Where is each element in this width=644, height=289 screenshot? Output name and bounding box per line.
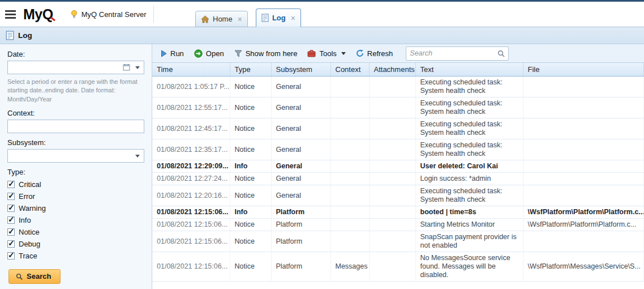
tools-button[interactable]: Tools — [302, 48, 350, 60]
cell-type: Notice — [230, 252, 271, 282]
tab-log[interactable]: Log — [256, 8, 301, 27]
column-header[interactable]: Time — [152, 63, 230, 76]
close-icon[interactable] — [291, 14, 295, 22]
cell-type: Notice — [230, 139, 271, 160]
table-row[interactable]: 01/08/2021 12:15:06... Notice Platform S… — [152, 231, 644, 252]
show-from-here-label: Show from here — [246, 49, 298, 58]
checkbox-icon[interactable] — [7, 205, 15, 212]
log-search-box — [406, 46, 509, 61]
log-page-icon — [261, 14, 269, 22]
checkbox-icon[interactable] — [7, 240, 15, 248]
lightbulb-icon — [70, 10, 78, 19]
cell-file: \WsfPlatform\Platform\Platform.c... — [523, 206, 644, 219]
brand-logo[interactable]: MyQ — [23, 6, 53, 23]
cell-type: Notice — [230, 231, 271, 252]
table-header-row: Time Type Subsystem Context Attachments … — [152, 63, 644, 76]
chevron-down-icon[interactable] — [135, 66, 140, 69]
cell-subsystem: Platform — [271, 206, 330, 219]
cell-file — [523, 118, 644, 139]
cell-context — [330, 160, 369, 173]
home-icon — [201, 15, 209, 23]
tab-home[interactable]: Home — [195, 11, 248, 27]
cell-subsystem: General — [271, 160, 330, 173]
refresh-button[interactable]: Refresh — [351, 48, 398, 60]
run-button[interactable]: Run — [156, 48, 189, 60]
checkbox-icon[interactable] — [7, 181, 15, 188]
server-label: MyQ Central Server — [70, 10, 147, 19]
filter-sidebar: Date: Select a period or enter a range w… — [0, 44, 152, 289]
table-row[interactable]: 01/08/2021 12:45:17... Notice General Ex… — [152, 118, 644, 139]
column-header[interactable]: Subsystem — [271, 63, 330, 76]
cell-attachments — [369, 139, 415, 160]
cell-time: 01/08/2021 12:35:17... — [152, 139, 230, 160]
refresh-button-label: Refresh — [367, 49, 393, 58]
table-row[interactable]: 01/08/2021 12:15:06... Notice Platform M… — [152, 252, 644, 282]
cell-subsystem: General — [271, 173, 330, 185]
type-checkbox-option[interactable]: Trace — [7, 250, 144, 262]
column-header[interactable]: Text — [415, 63, 523, 76]
column-header[interactable]: Context — [330, 63, 369, 76]
search-input[interactable] — [410, 49, 497, 57]
type-checkbox-option[interactable]: Notice — [7, 226, 144, 238]
search-icon[interactable] — [497, 50, 505, 57]
cell-attachments — [369, 231, 415, 252]
log-toolbar: Run Open Show from here — [152, 44, 644, 63]
table-row[interactable]: 01/08/2021 12:55:17... Notice General Ex… — [152, 97, 644, 118]
show-from-here-button[interactable]: Show from here — [229, 48, 303, 60]
search-button[interactable]: Search — [8, 269, 61, 284]
checkbox-icon[interactable] — [7, 228, 15, 236]
type-checkbox-option[interactable]: Error — [7, 190, 144, 202]
chevron-down-icon[interactable] — [135, 155, 140, 158]
open-button[interactable]: Open — [189, 48, 229, 60]
search-icon — [16, 273, 23, 280]
type-checkbox-option[interactable]: Critical — [7, 178, 144, 190]
checkbox-icon[interactable] — [7, 252, 15, 260]
checkbox-icon[interactable] — [7, 193, 15, 200]
tools-button-label: Tools — [319, 49, 336, 58]
close-icon[interactable] — [238, 15, 242, 23]
cell-file — [523, 185, 644, 206]
table-row[interactable]: 01/08/2021 12:29:09... Info General User… — [152, 160, 644, 173]
cell-text: Executing scheduled task: System health … — [415, 118, 523, 139]
subsystem-input[interactable] — [7, 149, 144, 163]
cell-context — [330, 76, 369, 97]
table-row[interactable]: 01/08/2021 12:27:24... Notice General Lo… — [152, 173, 644, 185]
table-row[interactable]: 01/08/2021 12:35:17... Notice General Ex… — [152, 139, 644, 160]
log-table-container: Time Type Subsystem Context Attachments … — [152, 63, 644, 289]
type-checkbox-option[interactable]: Debug — [7, 238, 144, 250]
context-input[interactable] — [7, 120, 144, 133]
cell-subsystem: General — [271, 118, 330, 139]
table-row[interactable]: 01/08/2021 1:05:17 P... Notice General E… — [152, 76, 644, 97]
cell-type: Info — [230, 160, 271, 173]
column-header[interactable]: Type — [230, 63, 271, 76]
table-row[interactable]: 01/08/2021 12:15:06... Notice Platform S… — [152, 219, 644, 231]
type-checkbox-option[interactable]: Warning — [7, 202, 144, 214]
column-header[interactable]: File — [523, 63, 644, 76]
cell-type: Notice — [230, 97, 271, 118]
cell-type: Notice — [230, 173, 271, 185]
cell-text: Executing scheduled task: System health … — [415, 76, 523, 97]
column-header[interactable]: Attachments — [369, 63, 415, 76]
log-table: Time Type Subsystem Context Attachments … — [152, 63, 644, 282]
cell-time: 01/08/2021 12:15:06... — [152, 206, 230, 219]
cell-file — [523, 231, 644, 252]
table-row[interactable]: 01/08/2021 12:20:16... Notice General Ex… — [152, 185, 644, 206]
page-title: Log — [18, 31, 32, 40]
hamburger-menu-icon[interactable] — [5, 8, 16, 20]
cell-text: No MessagesSource service found. Message… — [415, 252, 523, 282]
subsystem-select[interactable] — [7, 149, 144, 163]
checkbox-icon[interactable] — [7, 216, 15, 224]
type-checkbox-option[interactable]: Info — [7, 214, 144, 226]
cell-context — [330, 185, 369, 206]
cell-subsystem: Platform — [271, 231, 330, 252]
cell-attachments — [369, 118, 415, 139]
cell-subsystem: General — [271, 97, 330, 118]
cell-type: Notice — [230, 76, 271, 97]
cell-file: \WsfPlatform\Messages\Service\S... — [523, 252, 644, 282]
date-picker — [7, 61, 144, 74]
table-row[interactable]: 01/08/2021 12:15:06... Info Platform boo… — [152, 206, 644, 219]
type-option-label: Trace — [19, 252, 37, 260]
type-option-label: Notice — [19, 228, 40, 236]
calendar-icon[interactable] — [123, 63, 130, 71]
date-label: Date: — [7, 50, 144, 58]
